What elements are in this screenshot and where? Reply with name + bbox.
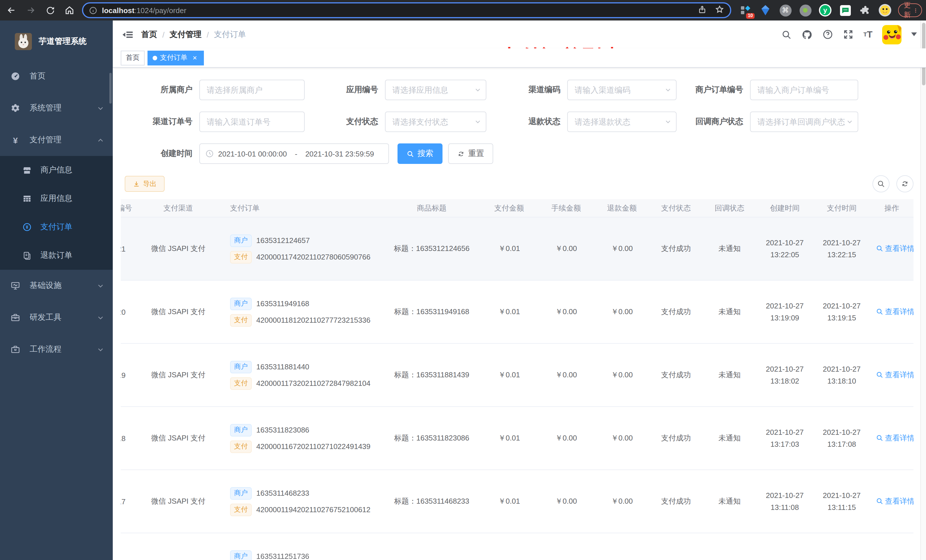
sidebar-item-pay[interactable]: ¥ 支付管理 [0, 124, 113, 156]
cell-paid-time: 2021-10-27 13:17:08 [813, 426, 870, 450]
refund-status-select[interactable] [567, 112, 676, 132]
view-detail-link[interactable]: 查看详情 [876, 307, 914, 317]
forward-icon[interactable] [25, 5, 36, 16]
cell-id: 19 [121, 371, 145, 379]
share-icon[interactable] [698, 5, 707, 16]
sidebar-toggle-icon[interactable] [122, 29, 133, 40]
channel-order-no-input[interactable] [199, 112, 305, 132]
cell-fee: ￥0.00 [538, 496, 595, 507]
breadcrumb-home[interactable]: 首页 [141, 29, 157, 39]
sidebar-item-infra[interactable]: 基础设施 [0, 270, 113, 302]
fullscreen-icon[interactable] [843, 29, 854, 40]
col-header-refund: 退款金额 [595, 203, 649, 213]
cell-actions: 查看详情 [870, 244, 914, 254]
sidebar-item-home[interactable]: 首页 [0, 60, 113, 92]
date-range-input[interactable]: 2021-10-01 00:00:00 - 2021-10-31 23:59:5… [199, 143, 389, 164]
refresh-table-button[interactable] [896, 175, 914, 192]
merchant-order-no: 1635311823086 [256, 426, 309, 434]
col-header-pay-order: 支付订单 [212, 203, 383, 213]
font-size-icon[interactable]: TT [863, 29, 873, 39]
extensions-puzzle-icon[interactable] [859, 4, 872, 17]
search-icon [876, 498, 883, 505]
cell-title: 标题：1635312124656 [383, 244, 481, 254]
sidebar-item-refund-order[interactable]: 退款订单 [0, 241, 113, 270]
sidebar-item-workflow[interactable]: 工作流程 [0, 334, 113, 365]
sidebar: 芋道管理系统 首页 系统管理 ¥ 支付管理 [0, 21, 113, 560]
view-detail-link[interactable]: 查看详情 [876, 496, 914, 507]
browser-menu-dots-icon [915, 6, 916, 14]
home-icon[interactable] [64, 5, 75, 16]
sidebar-item-system[interactable]: 系统管理 [0, 92, 113, 124]
address-bar[interactable]: localhost:1024/pay/order [82, 2, 731, 18]
search-icon[interactable] [781, 29, 791, 39]
svg-text:¥: ¥ [26, 225, 29, 229]
view-detail-link[interactable]: 查看详情 [876, 433, 914, 443]
notify-status-select[interactable] [750, 112, 858, 132]
refresh-icon [457, 150, 465, 157]
merchant-tag: 商户 [230, 550, 252, 560]
cell-pay-order: 商户 1635311468233 支付 42000011942021102767… [212, 483, 383, 520]
tab-home[interactable]: 首页 [121, 50, 145, 65]
back-icon[interactable] [6, 5, 17, 16]
cell-notify: 未通知 [703, 244, 756, 254]
filter-label-notify-status: 回调商户状态 [676, 117, 750, 127]
status-dot-extension-icon[interactable] [799, 4, 811, 17]
table-row: 20 微信 JSAPI 支付 商户 1635311949168 支付 42000… [121, 281, 914, 344]
yuque-extension-icon[interactable]: y [819, 4, 831, 17]
command-extension-icon[interactable]: ⌘ [779, 4, 791, 17]
chat-extension-icon[interactable] [839, 4, 851, 17]
cell-fee: ￥0.00 [538, 244, 595, 254]
app-filter-select[interactable] [385, 80, 486, 100]
update-button[interactable]: 更新 [898, 3, 922, 17]
bookmark-star-icon[interactable] [715, 5, 725, 16]
emoji-avatar-icon[interactable] [879, 4, 891, 17]
pay-status-select[interactable] [385, 112, 486, 132]
page-info-icon[interactable] [89, 6, 97, 15]
cell-created-time: 2021-10-27 13:22:05 [756, 237, 813, 261]
screen: localhost:1024/pay/order 10 ⌘ y 更新 [0, 0, 926, 560]
sidebar-item-dev-tools[interactable]: 研发工具 [0, 302, 113, 334]
breadcrumb-pay[interactable]: 支付管理 [170, 29, 201, 39]
merchant-tag: 商户 [230, 297, 252, 310]
cell-pay-order: 商户 1635311251736 [212, 546, 383, 560]
channel-code-select[interactable] [567, 80, 676, 100]
extension-badge: 10 [746, 13, 755, 19]
avatar-caret-icon[interactable] [911, 32, 917, 36]
search-button[interactable]: 搜索 [398, 143, 442, 164]
sketch-extension-icon[interactable] [759, 4, 772, 17]
clock-icon [206, 150, 213, 158]
github-icon[interactable] [801, 29, 813, 40]
merchant-tag: 商户 [230, 487, 252, 500]
cell-pay-order: 商户 1635311949168 支付 42000011812021102777… [212, 293, 383, 331]
export-button[interactable]: 导出 [125, 176, 165, 192]
sidebar-item-merchant-info[interactable]: 商户信息 [0, 156, 113, 184]
reset-button[interactable]: 重置 [448, 143, 493, 164]
app-logo: 芋道管理系统 [0, 21, 113, 60]
show-search-toggle-button[interactable] [873, 175, 890, 192]
user-avatar[interactable] [882, 25, 902, 44]
search-icon [876, 245, 883, 252]
help-icon[interactable] [822, 29, 833, 40]
merchant-order-no-input[interactable] [750, 80, 858, 100]
page-scrollbar[interactable] [920, 21, 926, 560]
cell-status: 支付成功 [649, 496, 703, 507]
merchant-filter-input[interactable] [199, 80, 305, 100]
cell-pay-order: 商户 1635312124657 支付 42000011742021102780… [212, 230, 383, 267]
view-detail-link[interactable]: 查看详情 [876, 370, 914, 380]
search-icon [407, 150, 414, 157]
grid-icon [23, 194, 31, 203]
tab-pay-order[interactable]: 支付订单 × [147, 50, 204, 65]
pay-tag: 支付 [230, 440, 252, 453]
col-header-paid: 支付时间 [813, 203, 870, 213]
cell-notify: 未通知 [703, 307, 756, 317]
sidebar-item-pay-order[interactable]: ¥ 支付订单 [0, 213, 113, 241]
sidebar-item-app-info[interactable]: 应用信息 [0, 184, 113, 213]
apps-extension-icon[interactable]: 10 [739, 4, 752, 17]
view-detail-link[interactable]: 查看详情 [876, 244, 914, 254]
pay-tag: 支付 [230, 503, 252, 516]
close-tab-icon[interactable]: × [191, 54, 199, 62]
sidebar-scrollbar-thumb[interactable] [109, 73, 112, 104]
reload-icon[interactable] [44, 5, 56, 16]
cell-id: 20 [121, 308, 145, 316]
pay-order-no: 4200001173202110272847982104 [256, 379, 371, 388]
